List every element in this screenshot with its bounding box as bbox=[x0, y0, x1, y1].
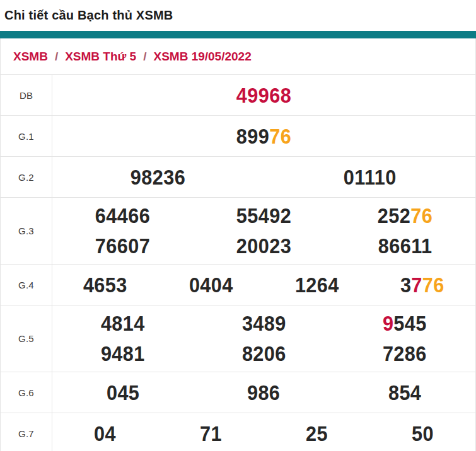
prize-row-label: G.2 bbox=[1, 157, 52, 197]
accent-bar bbox=[0, 31, 476, 38]
prize-number: 55492 bbox=[236, 203, 291, 228]
breadcrumb-separator: / bbox=[55, 50, 58, 64]
digit-highlight-orange: 76 bbox=[410, 203, 432, 227]
prize-row-values: 49968 bbox=[52, 75, 475, 115]
digit-plain: 3489 bbox=[242, 311, 286, 335]
prize-cell: 04 bbox=[52, 421, 158, 446]
prize-row-g2: G.29823601110 bbox=[1, 157, 475, 198]
digit-plain: 045 bbox=[107, 380, 139, 404]
page-title: Chi tiết cầu Bạch thủ XSMB bbox=[0, 0, 476, 23]
prize-number: 986 bbox=[247, 380, 280, 405]
digit-plain: 986 bbox=[247, 380, 280, 404]
prize-row-label: G.5 bbox=[1, 305, 52, 372]
prize-row-values: 9823601110 bbox=[52, 157, 475, 197]
prize-cell: 98236 bbox=[52, 165, 264, 190]
digit-highlight-crimson: 49968 bbox=[236, 83, 291, 107]
digit-plain: 252 bbox=[377, 203, 410, 227]
prize-number: 89976 bbox=[236, 124, 291, 149]
prize-cell: 9545 bbox=[334, 311, 475, 336]
prize-row-g3: G.3644665549225276766072002386611 bbox=[1, 198, 475, 265]
prize-cell: 7286 bbox=[334, 341, 475, 366]
prize-row-values: 045986854 bbox=[52, 372, 475, 413]
prize-cell: 986 bbox=[194, 380, 335, 405]
prize-number: 045 bbox=[107, 380, 139, 405]
digit-plain: 4814 bbox=[101, 311, 145, 335]
digit-plain: 71 bbox=[200, 421, 222, 445]
breadcrumb-link[interactable]: XSMB Thứ 5 bbox=[65, 50, 136, 64]
prize-row-label: G.7 bbox=[1, 413, 52, 451]
prize-number: 4814 bbox=[101, 311, 145, 336]
prize-cell: 3776 bbox=[369, 273, 475, 297]
prize-line: 89976 bbox=[52, 121, 475, 151]
prize-number: 9481 bbox=[101, 341, 145, 366]
breadcrumb-link[interactable]: XSMB 19/05/2022 bbox=[153, 50, 251, 64]
prize-cell: 64466 bbox=[52, 203, 194, 228]
prize-number: 0404 bbox=[189, 273, 233, 297]
prize-number: 20023 bbox=[236, 234, 291, 258]
prize-row-g5: G.5481434899545948182067286 bbox=[1, 305, 475, 372]
digit-highlight-crimson: 9 bbox=[383, 311, 393, 335]
digit-plain: 545 bbox=[394, 311, 427, 335]
digit-plain: 8206 bbox=[242, 341, 286, 365]
prize-number: 04 bbox=[94, 421, 116, 446]
prize-row-values: 644665549225276766072002386611 bbox=[52, 198, 475, 264]
prize-number: 01110 bbox=[343, 165, 396, 190]
prize-number: 3776 bbox=[400, 273, 444, 297]
prize-number: 1264 bbox=[294, 273, 339, 297]
prize-cell: 01110 bbox=[264, 165, 476, 190]
digit-plain: 50 bbox=[412, 421, 434, 445]
prize-cell: 71 bbox=[158, 421, 264, 446]
digit-plain: 98236 bbox=[131, 165, 185, 189]
digit-plain: 25 bbox=[306, 421, 328, 445]
prize-cell: 0404 bbox=[158, 273, 264, 297]
prize-line: 045986854 bbox=[52, 377, 475, 408]
prize-cell: 20023 bbox=[194, 234, 335, 258]
prize-row-values: 04712550 bbox=[52, 413, 475, 451]
prize-line: 4653040412643776 bbox=[52, 270, 475, 300]
prize-row-g6: G.6045986854 bbox=[1, 372, 475, 413]
digit-plain: 01110 bbox=[343, 165, 396, 189]
prize-cell: 4653 bbox=[52, 273, 158, 297]
prize-number: 8206 bbox=[242, 341, 286, 366]
prize-cell: 25276 bbox=[334, 203, 475, 228]
prize-number: 86611 bbox=[378, 234, 432, 258]
prize-number: 4653 bbox=[83, 273, 127, 297]
prize-number: 64466 bbox=[95, 203, 150, 228]
digit-plain: 04 bbox=[94, 421, 116, 445]
prize-cell: 9481 bbox=[52, 341, 194, 366]
breadcrumb-link[interactable]: XSMB bbox=[13, 50, 48, 64]
digit-plain: 9481 bbox=[101, 341, 145, 365]
prize-cell: 854 bbox=[334, 380, 475, 405]
prize-row-g7: G.704712550 bbox=[1, 413, 475, 451]
prize-number: 3489 bbox=[242, 311, 286, 336]
prize-number: 7286 bbox=[383, 341, 427, 366]
breadcrumb: XSMB/XSMB Thứ 5/XSMB 19/05/2022 bbox=[1, 38, 475, 75]
prize-row-label: DB bbox=[1, 75, 52, 115]
digit-plain: 7286 bbox=[383, 341, 427, 365]
digit-plain: 3 bbox=[400, 273, 411, 297]
prize-cell: 55492 bbox=[194, 203, 335, 228]
prize-number: 49968 bbox=[236, 83, 291, 108]
prize-number: 98236 bbox=[131, 165, 185, 190]
prize-row-values: 4653040412643776 bbox=[52, 265, 475, 305]
prize-number: 50 bbox=[412, 421, 434, 446]
prize-cell: 49968 bbox=[52, 83, 475, 108]
prize-panel: XSMB/XSMB Thứ 5/XSMB 19/05/2022 DB49968G… bbox=[0, 38, 476, 451]
prize-number: 854 bbox=[388, 380, 421, 405]
prize-row-g1: G.189976 bbox=[1, 116, 475, 157]
prize-row-values: 89976 bbox=[52, 116, 475, 156]
prize-cell: 8206 bbox=[194, 341, 335, 366]
digit-plain: 899 bbox=[236, 124, 269, 148]
digit-plain: 0404 bbox=[189, 273, 233, 297]
prize-line: 481434899545 bbox=[52, 309, 475, 339]
prize-number: 71 bbox=[200, 421, 222, 446]
prize-row-label: G.6 bbox=[1, 372, 52, 413]
prize-cell: 76607 bbox=[52, 234, 194, 258]
prize-line: 49968 bbox=[52, 80, 475, 110]
prize-cell: 86611 bbox=[334, 234, 475, 258]
digit-plain: 86611 bbox=[378, 234, 432, 258]
digit-plain: 20023 bbox=[236, 234, 291, 258]
prize-cell: 3489 bbox=[194, 311, 335, 336]
prize-cell: 50 bbox=[369, 421, 475, 446]
prize-row-g4: G.44653040412643776 bbox=[1, 265, 475, 305]
